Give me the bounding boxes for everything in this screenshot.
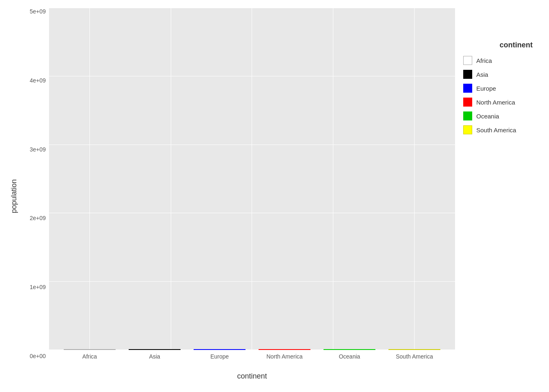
legend-label: Oceania xyxy=(476,113,499,120)
legend-swatch xyxy=(463,111,472,120)
legend-item: Africa xyxy=(463,56,516,65)
legend-label: Europe xyxy=(476,85,496,92)
y-axis-label: population xyxy=(4,8,20,384)
legend-items: AfricaAsiaEuropeNorth AmericaOceaniaSout… xyxy=(463,56,516,139)
y-tick: 0e+00 xyxy=(30,353,46,359)
legend-item: South America xyxy=(463,125,516,134)
plot-and-x: AfricaAsiaEuropeNorth AmericaOceaniaSout… xyxy=(49,8,455,384)
chart-container: population 5e+094e+093e+092e+091e+090e+0… xyxy=(0,0,549,392)
legend-title: continent xyxy=(500,41,537,49)
legend-item: Oceania xyxy=(463,111,516,120)
legend-item: North America xyxy=(463,98,516,107)
y-tick: 2e+09 xyxy=(30,215,46,221)
y-ticks-and-plot: 5e+094e+093e+092e+091e+090e+00 AfricaAsi… xyxy=(20,8,455,384)
x-axis: AfricaAsiaEuropeNorth AmericaOceaniaSout… xyxy=(49,350,455,370)
legend-area: continent AfricaAsiaEuropeNorth AmericaO… xyxy=(455,8,545,384)
y-tick: 4e+09 xyxy=(30,77,46,84)
legend-label: North America xyxy=(476,99,515,106)
legend-item: Asia xyxy=(463,70,516,79)
x-tick-asia: Asia xyxy=(122,353,187,370)
bar-africa xyxy=(64,349,116,350)
x-axis-label: continent xyxy=(49,370,455,384)
bar-europe xyxy=(194,349,245,350)
x-tick-north-america: North America xyxy=(252,353,317,370)
bar-asia xyxy=(129,349,181,350)
y-tick: 5e+09 xyxy=(30,8,46,15)
x-tick-oceania: Oceania xyxy=(317,353,382,370)
bar-group xyxy=(382,349,447,350)
bar-group xyxy=(252,349,317,350)
legend-label: South America xyxy=(476,127,516,134)
bar-group xyxy=(317,349,382,350)
legend-swatch xyxy=(463,125,472,134)
bar-oceania xyxy=(324,349,375,350)
legend-swatch xyxy=(463,70,472,79)
legend-label: Asia xyxy=(476,71,488,78)
x-tick-europe: Europe xyxy=(187,353,252,370)
bar-group xyxy=(57,349,122,350)
plot-background xyxy=(49,8,455,350)
bar-south-america xyxy=(388,349,440,350)
x-tick-south-america: South America xyxy=(382,353,447,370)
y-tick: 1e+09 xyxy=(30,284,46,290)
bars-container xyxy=(49,8,455,350)
legend-item: Europe xyxy=(463,84,516,93)
plot-region: population 5e+094e+093e+092e+091e+090e+0… xyxy=(4,8,455,384)
bar-group xyxy=(122,349,187,350)
chart-area: population 5e+094e+093e+092e+091e+090e+0… xyxy=(4,8,455,384)
legend-swatch xyxy=(463,56,472,65)
legend-swatch xyxy=(463,84,472,93)
y-tick: 3e+09 xyxy=(30,146,46,153)
bar-group xyxy=(187,349,252,350)
legend-swatch xyxy=(463,98,472,107)
y-ticks: 5e+094e+093e+092e+091e+090e+00 xyxy=(20,8,49,384)
legend-label: Africa xyxy=(476,57,492,64)
x-tick-africa: Africa xyxy=(57,353,122,370)
bar-north-america xyxy=(259,349,310,350)
